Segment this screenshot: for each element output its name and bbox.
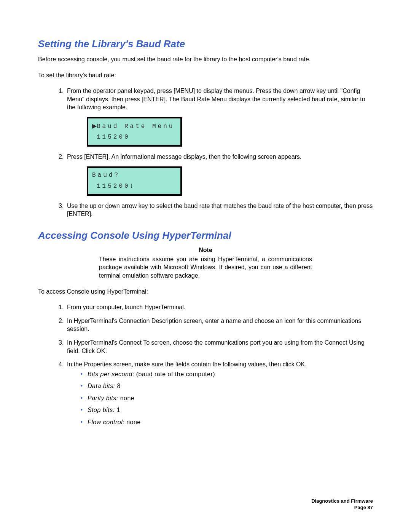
lcd-line: Baud?	[92, 172, 177, 179]
properties-list: • Bits per second: (baud rate of the com…	[81, 370, 373, 427]
prop-value: 8	[115, 383, 121, 389]
ordered-list-2: 1. From your computer, launch HyperTermi…	[38, 303, 373, 430]
lcd-line: 115200	[97, 183, 130, 190]
list-item: 2. In HyperTerminal's Connection Descrip…	[59, 317, 373, 333]
ordered-list-1: 1. From the operator panel keypad, press…	[38, 87, 373, 112]
heading-baud-rate: Setting the Library's Baud Rate	[38, 38, 373, 50]
list-item: 3. In HyperTerminal's Connect To screen,…	[59, 339, 373, 355]
list-item: • Parity bits: none	[81, 394, 373, 403]
step-text: In the Properties screen, make sure the …	[67, 360, 373, 430]
lead-in-2: To access Console using HyperTerminal:	[38, 288, 373, 296]
lcd-display-1: ▶Baud Rate Menu 115200	[87, 117, 182, 147]
lcd-display-2: Baud? 115200↕	[87, 166, 182, 196]
list-item: 1. From the operator panel keypad, press…	[59, 87, 373, 112]
prop-label: Stop bits:	[88, 407, 115, 413]
heading-hyperterminal: Accessing Console Using HyperTerminal	[38, 230, 373, 241]
list-item: 2. Press [ENTER]. An informational messa…	[59, 153, 373, 161]
note-body: These instructions assume you are using …	[99, 255, 312, 280]
step-text: From the operator panel keypad, press [M…	[67, 87, 373, 112]
lcd-line: Baud Rate Menu	[97, 123, 174, 130]
list-item: 4. In the Properties screen, make sure t…	[59, 360, 373, 430]
lead-in-1: To set the library's baud rate:	[38, 71, 373, 80]
step-text: Use the up or down arrow key to select t…	[67, 202, 373, 218]
bullet-icon: •	[81, 394, 88, 403]
list-item: • Bits per second: (baud rate of the com…	[81, 370, 373, 379]
updown-arrow-icon: ↕	[130, 182, 133, 189]
step-text: In HyperTerminal's Connect To screen, ch…	[67, 339, 373, 355]
prop-value: none	[118, 395, 135, 401]
prop-label: Data bits:	[88, 383, 115, 389]
list-item: • Flow control: none	[81, 418, 373, 427]
prop-label: Flow control:	[88, 419, 124, 425]
footer-chapter: Diagnostics and Firmware	[311, 498, 373, 505]
note-label: Note	[99, 247, 312, 254]
step-text: In HyperTerminal's Connection Descriptio…	[67, 317, 373, 333]
prop-value: 1	[115, 407, 120, 413]
step-text: Press [ENTER]. An informational message …	[67, 153, 373, 161]
prop-label: Bits per second	[88, 371, 132, 377]
step-text: From your computer, launch HyperTerminal…	[67, 303, 373, 312]
bullet-icon: •	[81, 406, 88, 414]
right-arrow-icon: ▶	[92, 123, 97, 129]
prop-value: none	[124, 419, 141, 425]
list-item: 1. From your computer, launch HyperTermi…	[59, 303, 373, 312]
note-block: Note These instructions assume you are u…	[99, 247, 312, 280]
prop-value: : (baud rate of the computer)	[132, 371, 215, 377]
lcd-line: 115200	[92, 134, 177, 141]
page-footer: Diagnostics and Firmware Page 87	[311, 498, 373, 511]
ordered-list-1: 2. Press [ENTER]. An informational messa…	[38, 153, 373, 161]
page: Setting the Library's Baud Rate Before a…	[0, 0, 411, 532]
bullet-icon: •	[81, 382, 88, 390]
ordered-list-1: 3. Use the up or down arrow key to selec…	[38, 202, 373, 218]
list-item: • Data bits: 8	[81, 382, 373, 390]
footer-page: Page 87	[311, 505, 373, 511]
list-item: • Stop bits: 1	[81, 406, 373, 414]
bullet-icon: •	[81, 418, 88, 427]
intro-paragraph: Before accessing console, you must set t…	[38, 55, 373, 64]
prop-label: Parity bits:	[88, 395, 118, 401]
bullet-icon: •	[81, 370, 88, 379]
list-item: 3. Use the up or down arrow key to selec…	[59, 202, 373, 218]
